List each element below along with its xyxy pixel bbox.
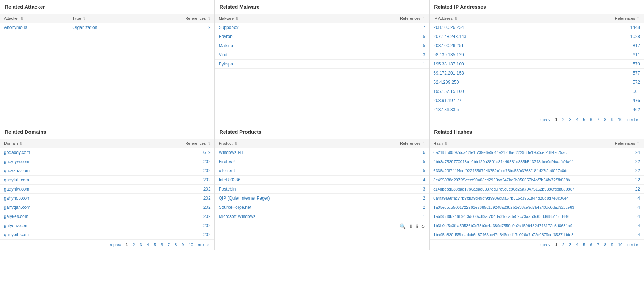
download-icon[interactable]: ⬇ xyxy=(409,223,413,229)
page-link[interactable]: 5 xyxy=(152,242,158,248)
ip-cell[interactable]: 98.139.135.129 xyxy=(430,50,548,60)
domain-cell[interactable]: gacyzuz.com xyxy=(0,166,109,176)
malware-cell[interactable]: Virut xyxy=(215,50,313,60)
product-sort-icon[interactable]: ⇅ xyxy=(235,142,237,146)
page-link[interactable]: 7 xyxy=(166,242,172,248)
hash-cell[interactable]: 1abf95d9b916b94f3dc00cdf9af7043a31cca3e5… xyxy=(430,212,605,221)
page-link[interactable]: 3 xyxy=(567,117,573,122)
page-link[interactable]: 10 xyxy=(187,242,195,248)
page-link[interactable]: 3 xyxy=(138,242,144,248)
page-link[interactable]: 2 xyxy=(131,242,137,248)
prev-button[interactable]: « prev xyxy=(537,242,552,248)
type-cell[interactable]: Organization xyxy=(69,23,141,32)
product-refs-sort-icon[interactable]: ⇅ xyxy=(422,142,425,146)
malware-cell[interactable]: Suppobox xyxy=(215,23,313,32)
page-link[interactable]: 1 xyxy=(553,242,559,248)
page-link[interactable]: 10 xyxy=(616,242,624,248)
product-cell[interactable]: Windows NT xyxy=(215,148,353,157)
attacker-cell[interactable]: Anonymous xyxy=(0,23,69,32)
page-link[interactable]: 9 xyxy=(609,117,615,122)
page-link[interactable]: 4 xyxy=(145,242,151,248)
page-link[interactable]: 8 xyxy=(602,117,608,122)
page-link[interactable]: 2 xyxy=(560,242,566,248)
product-cell[interactable]: Intel 80386 xyxy=(215,176,353,185)
ip-cell[interactable]: 195.157.15.100 xyxy=(430,87,548,96)
page-link[interactable]: 6 xyxy=(588,117,594,122)
page-link[interactable]: 10 xyxy=(616,117,624,122)
domain-cell[interactable]: gadyniw.com xyxy=(0,185,109,194)
ip-cell[interactable]: 69.172.201.153 xyxy=(430,69,548,78)
ip-cell[interactable]: 207.148.248.143 xyxy=(430,32,548,41)
hash-cell[interactable]: 3e455938e2072f6ceaf99a08cd2950aa247bc2b9… xyxy=(430,176,605,185)
page-link[interactable]: 5 xyxy=(581,117,587,122)
product-cell[interactable]: Pastebin xyxy=(215,185,353,194)
product-cell[interactable]: QIP (Quiet Internet Pager) xyxy=(215,194,353,203)
hash-cell[interactable]: 4bb3a7529770018a10bb120a2801e81449581d88… xyxy=(430,157,605,166)
next-button[interactable]: next » xyxy=(625,242,640,248)
domain-cell[interactable]: gacyryw.com xyxy=(0,157,109,166)
product-cell[interactable]: uTorrent xyxy=(215,166,353,176)
page-link[interactable]: 8 xyxy=(173,242,179,248)
hash-cell[interactable]: 6335a2f8741f4cef92245567946752c1ec76ba53… xyxy=(430,166,605,176)
malware-sort-icon[interactable]: ⇅ xyxy=(236,17,239,20)
refs-sort-icon[interactable]: ⇅ xyxy=(208,17,211,20)
type-sort-icon[interactable]: ⇅ xyxy=(83,17,86,20)
malware-refs-sort-icon[interactable]: ⇅ xyxy=(422,17,425,20)
page-link[interactable]: 4 xyxy=(574,242,580,248)
malware-cell[interactable]: Bayrob xyxy=(215,32,313,41)
page-link[interactable]: 9 xyxy=(180,242,186,248)
page-link[interactable]: 4 xyxy=(574,117,580,122)
ip-cell[interactable]: 208.100.26.234 xyxy=(430,23,548,32)
hash-sort-icon[interactable]: ⇅ xyxy=(445,142,447,146)
ip-cell[interactable]: 213.186.33.5 xyxy=(430,105,548,114)
page-link[interactable]: 6 xyxy=(588,242,594,248)
ip-cell[interactable]: 208.91.197.27 xyxy=(430,96,548,105)
hash-cell[interactable]: 1a05ec5c55c01722961e7685c1c9248a2382b1e3… xyxy=(430,203,605,212)
product-cell[interactable]: Microsoft Windows xyxy=(215,212,353,221)
refresh-icon[interactable]: ↻ xyxy=(421,223,425,229)
page-link[interactable]: 5 xyxy=(581,242,587,248)
product-cell[interactable]: Firefox 4 xyxy=(215,157,353,166)
table-row: 52.4.209.250 572 xyxy=(430,78,644,87)
ip-sort-icon[interactable]: ⇅ xyxy=(454,17,457,20)
hash-cell[interactable]: c14dbebd638bad17b6adae0837ed07c9c0e80d25… xyxy=(430,185,605,194)
next-button[interactable]: next » xyxy=(625,117,640,122)
page-link[interactable]: 6 xyxy=(159,242,165,248)
ip-cell[interactable]: 208.100.26.251 xyxy=(430,41,548,50)
domain-cell[interactable]: gahyqah.com xyxy=(0,203,109,212)
domain-cell[interactable]: godaddy.com xyxy=(0,148,109,157)
page-link[interactable]: 3 xyxy=(567,242,573,248)
attacker-sort-icon[interactable]: ⇅ xyxy=(20,17,23,20)
page-link[interactable]: 1 xyxy=(124,242,130,248)
prev-button[interactable]: « prev xyxy=(537,117,552,122)
next-button[interactable]: next » xyxy=(196,242,211,248)
ip-refs-sort-icon[interactable]: ⇅ xyxy=(637,17,640,20)
table-row: gadyniw.com 202 xyxy=(0,185,214,194)
ip-cell[interactable]: 195.38.137.100 xyxy=(430,60,548,69)
page-link[interactable]: 2 xyxy=(560,117,566,122)
search-icon[interactable]: 🔍 xyxy=(400,223,406,229)
hash-cell[interactable]: 1b3b0cf5c3fca59536b0c75b0c4a389d7559c9c2… xyxy=(430,221,605,230)
page-link[interactable]: 8 xyxy=(602,242,608,248)
malware-cell[interactable]: Pykspa xyxy=(215,60,313,69)
domain-sort-icon[interactable]: ⇅ xyxy=(20,142,23,146)
page-link[interactable]: 1 xyxy=(553,117,559,122)
domain-cell[interactable]: galyqaz.com xyxy=(0,221,109,230)
page-link[interactable]: 9 xyxy=(609,242,615,248)
domain-cell[interactable]: galykes.com xyxy=(0,212,109,221)
domain-cell[interactable]: ganypih.com xyxy=(0,230,109,240)
ip-cell[interactable]: 52.4.209.250 xyxy=(430,78,548,87)
prev-button[interactable]: « prev xyxy=(108,242,123,248)
hash-cell[interactable]: 1ba95a820d55bcadcb6d87463cc47e646eed17c0… xyxy=(430,230,605,240)
domain-cell[interactable]: gadyfuh.com xyxy=(0,176,109,185)
domain-cell[interactable]: gahyhob.com xyxy=(0,194,109,203)
domain-refs-sort-icon[interactable]: ⇅ xyxy=(208,142,211,146)
hash-cell[interactable]: 0a21f8ffd9597dca42fe1f739e6e9c41e212f8a6… xyxy=(430,148,605,157)
page-link[interactable]: 7 xyxy=(595,242,601,248)
product-cell[interactable]: SourceForge.net xyxy=(215,203,353,212)
page-link[interactable]: 7 xyxy=(595,117,601,122)
hash-cell[interactable]: 0a4fa9a68fac77b9fd8f9d49df9d9906c5fa67b5… xyxy=(430,194,605,203)
hash-refs-sort-icon[interactable]: ⇅ xyxy=(637,142,640,146)
malware-cell[interactable]: Matsnu xyxy=(215,41,313,50)
info-icon[interactable]: ℹ xyxy=(416,223,418,229)
